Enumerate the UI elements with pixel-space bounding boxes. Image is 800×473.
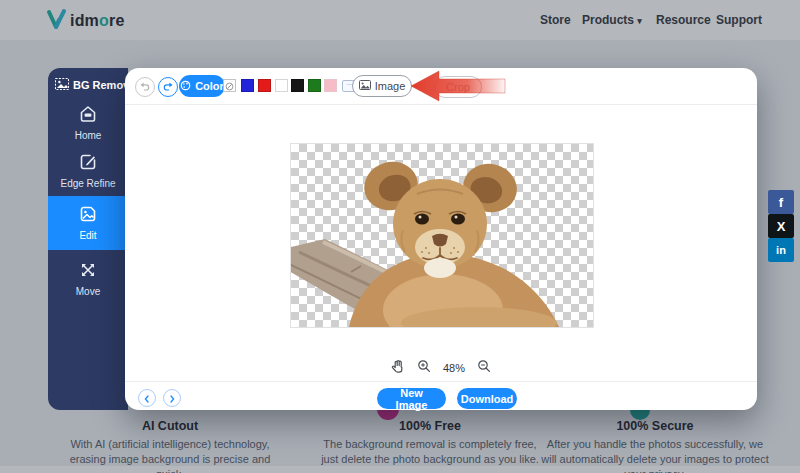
new-image-button[interactable]: New Image bbox=[377, 388, 446, 409]
x-icon: X bbox=[777, 219, 786, 234]
facebook-icon: f bbox=[779, 195, 783, 210]
editor-toolbar: Color ... bbox=[125, 68, 757, 105]
edge-refine-icon bbox=[78, 152, 98, 176]
facebook-share-button[interactable]: f bbox=[768, 190, 794, 214]
sidebar-item-home[interactable]: Home bbox=[48, 104, 128, 141]
bg-remover-icon bbox=[55, 78, 69, 92]
swatch-white[interactable] bbox=[275, 79, 288, 92]
lion-image bbox=[291, 144, 593, 327]
linkedin-icon: in bbox=[776, 244, 786, 256]
swatch-green[interactable] bbox=[308, 79, 321, 92]
social-share-rail: f X in bbox=[768, 190, 794, 262]
move-icon bbox=[78, 260, 98, 284]
sidebar-item-move[interactable]: Move bbox=[48, 260, 128, 297]
swatch-blue[interactable] bbox=[241, 79, 254, 92]
home-icon bbox=[78, 104, 98, 128]
chevron-right-icon bbox=[168, 389, 176, 407]
screen: idmore Store Products ▾ Resource Support… bbox=[0, 0, 800, 473]
footer-divider bbox=[125, 381, 757, 382]
bg-remover-dialog: Color ... bbox=[125, 68, 757, 410]
canvas-checkerboard[interactable] bbox=[290, 143, 594, 328]
no-color-icon bbox=[225, 77, 234, 95]
image-tab-button[interactable]: Image bbox=[352, 75, 412, 97]
next-image-button[interactable] bbox=[163, 389, 181, 407]
bg-remover-sidebar: BG Remover Home Edge Refine bbox=[48, 68, 128, 410]
swatch-pink[interactable] bbox=[324, 79, 337, 92]
undo-button[interactable] bbox=[135, 77, 155, 97]
download-button[interactable]: Download bbox=[457, 388, 517, 409]
zoom-in-icon[interactable] bbox=[417, 359, 431, 377]
color-tab-button[interactable]: Color bbox=[179, 75, 225, 97]
zoom-out-icon[interactable] bbox=[477, 359, 491, 377]
linkedin-share-button[interactable]: in bbox=[768, 238, 794, 262]
x-share-button[interactable]: X bbox=[768, 214, 794, 238]
undo-icon bbox=[139, 78, 151, 96]
chevron-left-icon bbox=[143, 389, 151, 407]
redo-icon bbox=[162, 78, 174, 96]
redo-button[interactable] bbox=[158, 77, 178, 97]
swatch-no-color[interactable] bbox=[223, 79, 236, 92]
sidebar-item-edit[interactable]: Edit bbox=[48, 196, 128, 250]
sidebar-item-edge-refine[interactable]: Edge Refine bbox=[48, 152, 128, 189]
swatch-red[interactable] bbox=[258, 79, 271, 92]
sidebar-item-label: Edit bbox=[48, 230, 128, 241]
sidebar-item-label: Move bbox=[48, 286, 128, 297]
zoom-controls: 48% bbox=[125, 358, 757, 378]
crop-tab-button[interactable]: Crop bbox=[434, 76, 482, 98]
hand-tool-icon[interactable] bbox=[391, 359, 405, 377]
edit-image-icon bbox=[78, 204, 98, 228]
swatch-black[interactable] bbox=[291, 79, 304, 92]
sidebar-item-label: Home bbox=[48, 130, 128, 141]
palette-icon bbox=[180, 80, 191, 93]
previous-image-button[interactable] bbox=[138, 389, 156, 407]
zoom-level-value: 48% bbox=[443, 362, 465, 374]
image-icon bbox=[359, 80, 371, 92]
sidebar-item-label: Edge Refine bbox=[48, 178, 128, 189]
